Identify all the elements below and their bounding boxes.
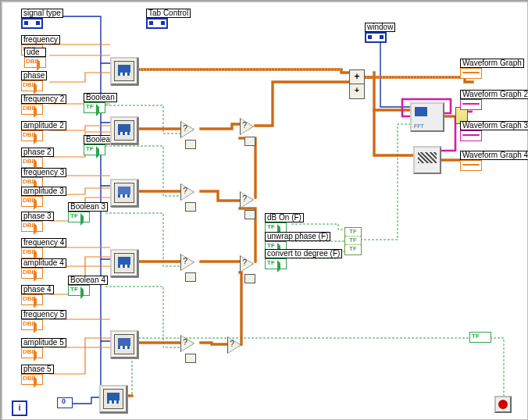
select-node-4-sub-icon [185,354,196,363]
window-control: window [365,23,395,43]
merge-node-3[interactable] [240,255,262,272]
i32-icon [57,397,73,408]
select-node-3-sub-icon [185,272,196,282]
amplitude-4: amplitude 4 [21,258,66,279]
spectral-vi[interactable] [413,146,441,174]
merge-node-1[interactable] [240,118,262,135]
waveform-gen-1[interactable] [110,57,138,85]
tab-control: Tab Control [146,9,191,29]
frequency-2: frequency 2 [21,94,66,115]
phase-4: phase 4 [21,285,54,305]
graph-icon [460,68,482,79]
window-label: window [365,23,395,32]
dbl-icon [21,80,43,91]
boolean-3: Boolean 3 [68,202,108,222]
select-node-1-sub-icon [185,140,196,149]
graph-icon [460,160,482,171]
enum-icon [146,18,168,29]
frequency-3: frequency 3 [21,168,66,188]
phase-control: phase [21,71,47,91]
amplitude-control: ude [24,48,46,68]
waveform-gen-4[interactable] [110,249,138,277]
graph-icon [460,99,482,110]
waveform-gen-5[interactable] [110,330,138,358]
boolean-source [469,332,491,343]
graph-icon [460,130,482,141]
tab-control-label: Tab Control [146,9,191,18]
stop-terminal[interactable] [494,396,512,413]
enum-icon [21,18,43,29]
bundle-node[interactable]: TFTFTF [344,227,362,255]
waveform-gen-3[interactable] [110,179,138,207]
add-node-bottom[interactable]: + [349,84,365,99]
waveform-graph-3: Waveform Graph 3 [460,121,528,141]
convert-to-degree: convert to degree (F) [265,249,342,269]
waveform-graph-2: Waveform Graph 2 [460,90,528,110]
phase-2: phase 2 [21,148,54,168]
dbl-icon [24,57,46,68]
loop-iteration-terminal: i [12,400,27,416]
db-on: dB On (F) [265,213,304,233]
select-node-1[interactable] [180,121,202,138]
frequency-4: frequency 4 [21,238,66,258]
amplitude-3: amplitude 3 [21,187,66,207]
boolean-4: Boolean 4 [68,276,108,296]
frequency-5: frequency 5 [21,310,66,330]
select-node-4[interactable] [180,335,202,352]
fft-vi[interactable]: FFT [410,102,444,132]
select-node-2[interactable] [180,183,202,201]
signal-type-control: signal type [21,9,63,29]
phase-3: phase 3 [21,212,54,232]
select-node-3[interactable] [180,254,202,271]
merge-node-2[interactable] [240,191,262,208]
enum-icon [365,32,387,43]
phase-5: phase 5 [21,365,54,385]
add-node-top[interactable]: + [349,69,365,85]
select-node-2-sub-icon [185,202,196,212]
waveform-graph-4: Waveform Graph 4 [460,151,528,171]
amplitude-2: amplitude 2 [21,121,66,141]
signal-type-label: signal type [21,9,63,18]
merge-node-4[interactable] [227,336,249,354]
amplitude-5: amplitude 5 [21,338,66,358]
waveform-graph-1: Waveform Graph [460,59,524,79]
bool-icon [84,102,105,113]
waveform-gen-2[interactable] [110,116,138,144]
waveform-gen-bottom[interactable] [99,385,127,413]
boolean-1: Boolean [84,93,117,113]
zero-constant [57,397,73,408]
